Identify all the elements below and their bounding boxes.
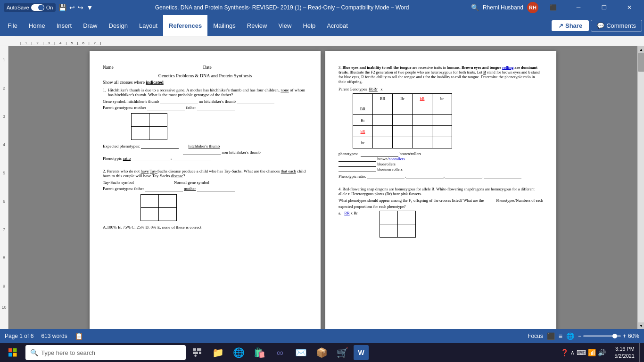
- save-icon[interactable]: 💾: [58, 4, 66, 11]
- non-hitchhiker-line: non hitchhiker's thumb: [183, 150, 307, 155]
- show-desktop-button[interactable]: [639, 343, 642, 362]
- punnett-square-3-container: BR Br bR br BR: [353, 93, 543, 148]
- scroll-thumb[interactable]: [638, 53, 644, 72]
- doc-title: Genetics Problems & DNA and Protein Synt…: [103, 73, 307, 78]
- volume-icon[interactable]: 🔊: [598, 349, 606, 356]
- parent-genotypes-3: Parent Genotypes BbRr x: [339, 87, 543, 91]
- zoom-in-button[interactable]: +: [623, 333, 626, 339]
- redo-icon[interactable]: ↪: [78, 4, 83, 11]
- taskbar-right: ❓ ∧ ⌨ 📶 🔊 3:16 PM 5/2/2021: [557, 343, 642, 362]
- cell-br-bR: [413, 137, 432, 148]
- scroll-area: Name Date Genetics Problems & DNA and Pr…: [8, 46, 637, 329]
- taskview-button[interactable]: [188, 343, 206, 362]
- restore-button[interactable]: ❐: [593, 0, 615, 15]
- tab-design[interactable]: Design: [103, 15, 133, 36]
- scroll-up-button[interactable]: ▲: [638, 46, 644, 53]
- right-scrollbar[interactable]: ▲ ▼: [637, 46, 644, 329]
- phenotypes-section: phenotypes: brown/rollers brown/nonrolle…: [339, 151, 543, 172]
- cell-br-br: [432, 137, 452, 148]
- windows-icon: [8, 348, 17, 357]
- dropbox-taskbar-icon[interactable]: 📦: [312, 343, 331, 362]
- pheno-label: phenotypes: brown/rollers: [339, 151, 421, 156]
- tab-file[interactable]: File: [2, 15, 23, 36]
- col-Br: Br: [393, 94, 413, 103]
- cell4a-10: [380, 224, 397, 237]
- tab-layout[interactable]: Layout: [133, 15, 163, 36]
- tab-view[interactable]: View: [272, 15, 297, 36]
- edge-taskbar-icon[interactable]: 🌐: [229, 343, 248, 362]
- scroll-track[interactable]: [638, 53, 644, 322]
- system-clock[interactable]: 3:16 PM 5/2/2021: [611, 346, 638, 360]
- left-margin: 1 2 3 4 5 6 7 8 9 10: [0, 46, 8, 329]
- q1: 1. Hitchhiker's thumb is due to a recess…: [103, 88, 307, 97]
- layout-view-icon[interactable]: ⬛: [547, 332, 555, 340]
- tab-mailings[interactable]: Mailings: [207, 15, 241, 36]
- svg-rect-4: [193, 348, 196, 351]
- tab-help[interactable]: Help: [297, 15, 321, 36]
- search-icon[interactable]: 🔍: [471, 4, 479, 11]
- tab-insert[interactable]: Insert: [51, 15, 78, 36]
- close-button[interactable]: ✕: [619, 0, 640, 15]
- web-view-icon[interactable]: 🌐: [566, 332, 574, 340]
- share-icon: ↗: [558, 22, 563, 29]
- store-taskbar-icon[interactable]: 🛍️: [250, 343, 269, 362]
- undo-icon[interactable]: ↩: [69, 4, 75, 11]
- right-page: 3. Blue eyes and inability to roll the t…: [325, 51, 556, 329]
- layout-icon[interactable]: ⬛: [542, 0, 564, 15]
- keyboard-icon[interactable]: ⌨: [577, 349, 586, 356]
- zoom-out-button[interactable]: −: [578, 333, 581, 339]
- comment-icon: 💬: [597, 22, 604, 29]
- show-instruction: Show all crosses where indicated: [103, 80, 307, 85]
- autosave-toggle[interactable]: [31, 4, 44, 11]
- tray-up-arrow[interactable]: ∧: [570, 349, 575, 356]
- date-field[interactable]: [221, 65, 259, 70]
- cell-BR-bR: [413, 103, 432, 115]
- status-right: Focus ⬛ ≡ 🌐 − + 60%: [528, 332, 639, 340]
- cell2-01: [159, 195, 177, 208]
- system-tray: ❓ ∧ ⌨ 📶 🔊: [557, 349, 610, 356]
- tab-review[interactable]: Review: [241, 15, 273, 36]
- zoom-thumb[interactable]: [612, 334, 617, 338]
- focus-label[interactable]: Focus: [528, 333, 543, 339]
- explorer-taskbar-icon[interactable]: 📁: [208, 343, 227, 362]
- word-taskbar-icon[interactable]: W: [354, 345, 369, 360]
- phenotypic-ratio-3: Phenotypic ratio: : : :: [339, 174, 543, 179]
- row-BR: BR: [353, 103, 373, 115]
- expected-phenotypes-line: Expected phenotypes: hitchhiker's thumb: [103, 144, 307, 149]
- start-button[interactable]: [2, 343, 24, 362]
- proofing-icon[interactable]: 📋: [75, 332, 83, 340]
- scroll-down-button[interactable]: ▼: [638, 322, 644, 329]
- taskbar: 🔍 Type here to search 📁 🌐 🛍️ ∞ ✉️ 📦 🛒 W …: [0, 343, 644, 362]
- name-field[interactable]: [123, 65, 180, 70]
- tab-draw[interactable]: Draw: [77, 15, 103, 36]
- tab-references[interactable]: References: [163, 15, 207, 36]
- loop-taskbar-icon[interactable]: ∞: [271, 343, 289, 362]
- taskbar-search-box[interactable]: 🔍 Type here to search: [25, 345, 186, 360]
- title-bar-left: AutoSave On 💾 ↩ ↪ ▼: [4, 3, 93, 12]
- tab-home[interactable]: Home: [23, 15, 51, 36]
- pheno-4: blue/non rollers: [339, 167, 421, 172]
- user-avatar[interactable]: RH: [527, 2, 538, 13]
- autosave-badge[interactable]: AutoSave On: [4, 3, 56, 12]
- network-icon[interactable]: 📶: [588, 349, 596, 356]
- zoom-slider[interactable]: [583, 335, 621, 337]
- customize-icon[interactable]: ▼: [86, 4, 93, 11]
- cell-01: [149, 114, 167, 127]
- punnett-square-1: [131, 113, 307, 140]
- mail-taskbar-icon[interactable]: ✉️: [291, 343, 310, 362]
- share-button[interactable]: ↗ Share: [552, 20, 589, 31]
- punnett-table-3: BR Br bR br BR: [353, 93, 452, 148]
- minimize-button[interactable]: ─: [568, 0, 589, 15]
- punnett-table-1: [131, 113, 167, 140]
- tab-acrobat[interactable]: Acrobat: [321, 15, 354, 36]
- svg-rect-0: [8, 348, 12, 352]
- amazon-taskbar-icon[interactable]: 🛒: [333, 343, 352, 362]
- cell-bR-br: [432, 126, 452, 137]
- read-view-icon[interactable]: ≡: [559, 332, 562, 340]
- comments-button[interactable]: 💬 Comments: [591, 20, 642, 32]
- cell-Br-BR: [373, 115, 393, 126]
- zoom-control: − + 60%: [578, 333, 639, 339]
- tray-help-icon[interactable]: ❓: [561, 349, 569, 356]
- cell-11: [149, 127, 167, 140]
- status-bar: Page 1 of 6 613 words 📋 Focus ⬛ ≡ 🌐 − + …: [0, 329, 644, 343]
